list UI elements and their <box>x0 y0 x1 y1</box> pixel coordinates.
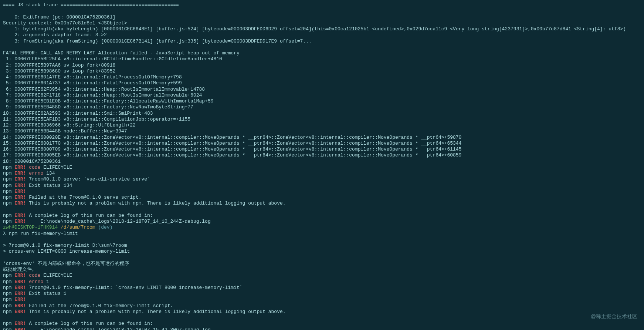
npm-run-line: > cross-env LIMIT=8000 increase-memory-l… <box>3 249 641 255</box>
watermark: @稀土掘金技术社区 <box>591 313 637 320</box>
native-frame: 4: 00007FF6E601A7FE v8::internal::FatalP… <box>3 74 641 80</box>
native-frame: 13: 00007FF6E5BB448B node::Buffer::New+3… <box>3 128 641 134</box>
native-frame: 5: 00007FF6E601A737 v8::internal::FatalP… <box>3 80 641 86</box>
terminal-output: ==== JS stack trace ====================… <box>3 2 641 330</box>
npm-error-line: npm ERR! E:\node\node_cache\_logs\2018-1… <box>3 327 641 330</box>
npm-error-line: npm ERR! code ELIFECYCLE <box>3 165 641 171</box>
stack-frame: 1: byteLength(aka byteLength) [0000001CE… <box>3 26 641 32</box>
native-frame: 14: 00007FF6E600020E v8::internal::ZoneV… <box>3 135 641 141</box>
npm-error-line: npm ERR! errno 1 <box>3 279 641 285</box>
npm-error-line: npm ERR! errno 134 <box>3 171 641 176</box>
npm-run-line: > 7room@0.1.0 fix-memory-limit D:\sum\7r… <box>3 243 641 249</box>
native-frame: 18: 000001CA752D0361 <box>3 159 641 165</box>
npm-error-line: npm ERR! 7room@0.1.0 serve: `vue-cli-ser… <box>3 176 641 182</box>
terminal-line <box>3 255 641 261</box>
error-message-cn: 'cross-env' 不是内部或外部命令，也不是可运行的程序 <box>3 261 641 267</box>
stack-frame: 0: ExitFrame [pc: 000001CA752D0361] <box>3 14 641 20</box>
npm-error-line: npm ERR! Failed at the 7room@0.1.0 fix-m… <box>3 303 641 309</box>
native-frame: 6: 00007FF6E62F3954 v8::internal::Heap::… <box>3 87 641 92</box>
stack-trace-header: ==== JS stack trace ====================… <box>3 2 641 8</box>
npm-error-line: npm ERR! <box>3 297 641 303</box>
terminal-line <box>3 8 641 14</box>
native-frame: 9: 00007FF6E5EB488D v8::internal::Factor… <box>3 104 641 110</box>
stack-frame: 3: fromString(aka fromString) [0000001CE… <box>3 38 641 44</box>
native-frame: 17: 00007FF6E60005EB v8::internal::ZoneV… <box>3 152 641 158</box>
native-frame: 8: 00007FF6E5EB1E0B v8::internal::Factor… <box>3 98 641 104</box>
native-frame: 12: 00007FF6E6036966 v8::String::Utf8Len… <box>3 122 641 128</box>
command-input: λ npm run fix-memory-limit <box>3 231 641 237</box>
stack-frame: Security context: 0x00b77c81d8c1 <JSObje… <box>3 20 641 26</box>
terminal-line <box>3 237 641 243</box>
native-frame: 3: 00007FF6E5B98680 uv_loop_fork+83952 <box>3 68 641 74</box>
native-frame: 10: 00007FF6E62A2593 v8::internal::Smi::… <box>3 111 641 117</box>
terminal-line <box>3 207 641 213</box>
npm-error-line: npm ERR! Exit status 1 <box>3 291 641 297</box>
terminal-line <box>3 315 641 321</box>
native-frame: 7: 00007FF6E62F1718 v8::internal::Heap::… <box>3 92 641 98</box>
npm-error-line: npm ERR! <box>3 189 641 195</box>
native-frame: 11: 00007FF6E5EAF1D3 v8::internal::Compi… <box>3 117 641 122</box>
npm-error-line: npm ERR! This is probably not a problem … <box>3 201 641 206</box>
native-frame: 16: 00007FF6E6000709 v8::internal::ZoneV… <box>3 147 641 152</box>
npm-error-line: npm ERR! 7room@0.1.0 fix-memory-limit: `… <box>3 285 641 291</box>
npm-error-line: npm ERR! A complete log of this run can … <box>3 321 641 327</box>
npm-error-line: npm ERR! Exit status 134 <box>3 183 641 189</box>
native-frame: 15: 00007FF6E6001770 v8::internal::ZoneV… <box>3 141 641 147</box>
fatal-error: FATAL ERROR: CALL_AND_RETRY_LAST Allocat… <box>3 50 641 56</box>
native-frame: 2: 00007FF6E5B97AA6 uv_loop_fork+80918 <box>3 63 641 68</box>
npm-error-line: npm ERR! code ELIFECYCLE <box>3 273 641 279</box>
shell-prompt: zwh@DESKTOP-1THK914 /d/sum/7room (dev) <box>3 225 641 230</box>
npm-error-line: npm ERR! A complete log of this run can … <box>3 213 641 219</box>
npm-error-line: npm ERR! Failed at the 7room@0.1.0 serve… <box>3 195 641 201</box>
native-frame: 1: 00007FF6E5BF25FA v8::internal::GCIdle… <box>3 56 641 62</box>
error-message-cn: 或批处理文件。 <box>3 267 641 273</box>
npm-error-line: npm ERR! E:\node\node_cache\_logs\2018-1… <box>3 219 641 225</box>
npm-error-line: npm ERR! This is probably not a problem … <box>3 309 641 315</box>
terminal-line <box>3 44 641 50</box>
stack-frame: 2: arguments adaptor frame: 3->2 <box>3 32 641 38</box>
